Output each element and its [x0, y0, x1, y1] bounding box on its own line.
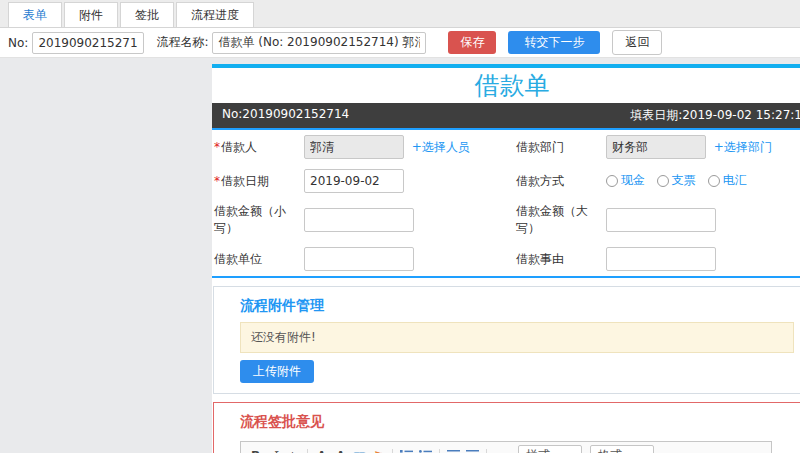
format-select[interactable]: 格式	[590, 445, 654, 453]
toolbar-separator	[439, 449, 440, 453]
outdent-button[interactable]	[444, 446, 463, 453]
indent-icon	[466, 449, 479, 453]
doc-number: No:20190902152714	[222, 107, 349, 124]
loan-form-table: *借款人 +选择人员 借款部门 +选择部门	[212, 130, 800, 278]
flag-button[interactable]: ⚑	[369, 446, 388, 453]
indent-button[interactable]	[463, 446, 482, 453]
department-input[interactable]	[606, 135, 706, 159]
unit-input[interactable]	[304, 247, 414, 271]
borrower-label-text: 借款人	[221, 140, 257, 154]
borrower-label: *借款人	[212, 130, 302, 164]
department-field: +选择部门	[604, 130, 800, 164]
ordered-list-icon	[400, 449, 413, 453]
blockquote-icon: “	[496, 449, 506, 453]
select-person-link[interactable]: +选择人员	[412, 140, 470, 154]
radio-icon	[657, 175, 669, 187]
radio-label: 电汇	[723, 172, 747, 189]
radio-option-check[interactable]: 支票	[657, 172, 696, 189]
content-area: 借款单 No:20190902152714 填表日期:2019-09-02 15…	[0, 58, 800, 453]
tab-progress[interactable]: 流程进度	[176, 2, 254, 27]
attachment-section: 流程附件管理 还没有附件! 上传附件	[213, 286, 800, 394]
editor-toolbar: B I abc A A ⚑	[241, 442, 771, 453]
borrow-date-label: *借款日期	[212, 164, 302, 198]
toolbar-separator	[307, 449, 308, 453]
borrow-date-field	[302, 164, 514, 198]
no-label: No:	[8, 36, 28, 50]
table-row: 借款金额（小写） 借款金额（大写）	[212, 198, 800, 242]
no-attachment-notice: 还没有附件!	[240, 322, 794, 353]
tab-form[interactable]: 表单	[8, 2, 62, 27]
page-title: 借款单	[212, 68, 800, 103]
font-color-button[interactable]: A	[312, 446, 331, 453]
toolbar-separator	[486, 449, 487, 453]
unit-field	[302, 242, 514, 277]
toolbar-separator	[392, 449, 393, 453]
process-name-input[interactable]	[212, 32, 426, 54]
method-label: 借款方式	[514, 164, 604, 198]
reason-field	[604, 242, 800, 277]
bold-icon: B	[251, 449, 260, 453]
bold-button[interactable]: B	[246, 446, 265, 453]
required-mark: *	[214, 140, 220, 154]
highlight-button[interactable]: A	[331, 446, 350, 453]
radio-label: 现金	[621, 172, 645, 189]
approval-section-title: 流程签批意见	[240, 413, 794, 431]
approval-section: 流程签批意见 B I abc A A ⚑	[213, 402, 800, 453]
radio-icon	[708, 175, 720, 187]
amount-big-label-text: 借款金额（大写）	[516, 204, 588, 235]
doc-header-bar: No:20190902152714 填表日期:2019-09-02 15:27:…	[212, 103, 800, 130]
bullet-list-icon	[419, 449, 432, 453]
rich-text-editor: B I abc A A ⚑	[240, 441, 772, 453]
reason-input[interactable]	[606, 247, 716, 271]
radio-icon	[606, 175, 618, 187]
link-icon	[352, 449, 367, 453]
reason-label-text: 借款事由	[516, 252, 564, 266]
loan-form-card: 借款单 No:20190902152714 填表日期:2019-09-02 15…	[212, 64, 800, 453]
method-label-text: 借款方式	[516, 174, 564, 188]
style-select[interactable]: 样式	[518, 445, 582, 453]
unit-label-text: 借款单位	[214, 252, 262, 266]
tab-approval[interactable]: 签批	[120, 2, 174, 27]
process-name-label: 流程名称:	[156, 34, 208, 51]
amount-small-input[interactable]	[304, 208, 414, 232]
fill-date: 填表日期:2019-09-02 15:27:1	[630, 107, 800, 124]
save-button[interactable]: 保存	[448, 31, 496, 54]
link-button[interactable]	[350, 446, 369, 453]
bullet-list-button[interactable]	[416, 446, 435, 453]
no-input[interactable]	[32, 32, 144, 54]
next-step-button[interactable]: 转交下一步	[508, 31, 600, 54]
table-row: *借款日期 借款方式 现金	[212, 164, 800, 198]
italic-icon: I	[272, 449, 277, 453]
strikethrough-button[interactable]: abc	[284, 446, 303, 453]
loan-form-page: 表单 附件 签批 流程进度 No: 流程名称: 保存 转交下一步 返回 借款单 …	[0, 0, 800, 453]
ordered-list-button[interactable]	[397, 446, 416, 453]
radio-option-cash[interactable]: 现金	[606, 172, 645, 189]
upload-attachment-button[interactable]: 上传附件	[240, 360, 314, 383]
table-row: 借款单位 借款事由	[212, 242, 800, 277]
format-select-label: 格式	[598, 447, 622, 453]
reason-label: 借款事由	[514, 242, 604, 277]
radio-label: 支票	[672, 172, 696, 189]
select-department-link[interactable]: +选择部门	[714, 140, 772, 154]
italic-button[interactable]: I	[265, 446, 284, 453]
back-button[interactable]: 返回	[612, 30, 662, 55]
borrower-input[interactable]	[304, 135, 404, 159]
action-toolbar: No: 流程名称: 保存 转交下一步 返回	[0, 28, 800, 58]
department-label-text: 借款部门	[516, 140, 564, 154]
amount-big-field	[604, 198, 800, 242]
outdent-icon	[447, 449, 460, 453]
tab-attachment[interactable]: 附件	[64, 2, 118, 27]
amount-big-input[interactable]	[606, 208, 716, 232]
blockquote-button[interactable]: “	[491, 446, 510, 453]
radio-option-wire[interactable]: 电汇	[708, 172, 747, 189]
style-select-label: 样式	[526, 447, 550, 453]
borrow-date-label-text: 借款日期	[221, 174, 269, 188]
borrow-date-input[interactable]	[304, 169, 404, 193]
tab-bar: 表单 附件 签批 流程进度	[0, 0, 800, 28]
method-field: 现金 支票 电汇	[604, 164, 800, 198]
table-row: *借款人 +选择人员 借款部门 +选择部门	[212, 130, 800, 164]
amount-small-label: 借款金额（小写）	[212, 198, 302, 242]
amount-small-field	[302, 198, 514, 242]
amount-small-label-text: 借款金额（小写）	[214, 204, 286, 235]
attachment-section-title: 流程附件管理	[240, 297, 794, 315]
